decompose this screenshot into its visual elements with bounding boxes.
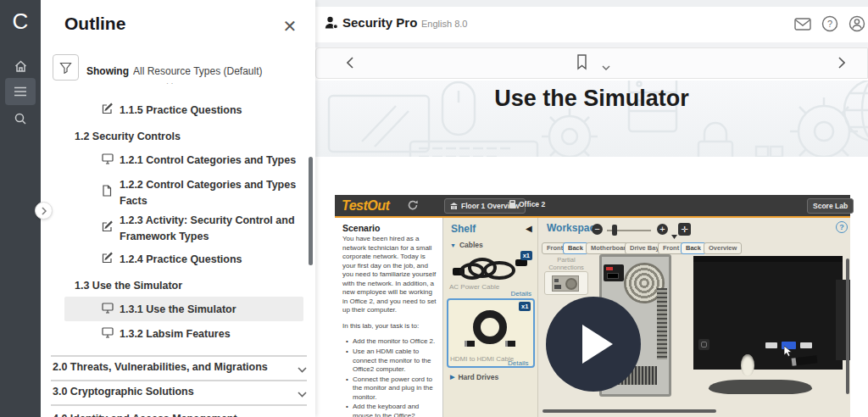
task-item: •Use an HDMI cable to connect the monito… [346, 348, 437, 375]
bullet: • [346, 375, 353, 403]
details-link: Details [508, 359, 528, 367]
search-icon [14, 112, 27, 125]
section-row-30[interactable]: 3.0 Cryptographic Solutions [53, 386, 307, 401]
search-button[interactable] [5, 105, 36, 132]
psu-thumbnail [552, 275, 579, 292]
outline-item-123[interactable]: 1.2.3 Activity: Security Control and Fra… [102, 213, 310, 246]
triangle-right-icon: ▶ [450, 374, 454, 381]
score-lab-label: Score Lab [813, 202, 848, 210]
scenario-body: You have been hired as a network technic… [342, 235, 437, 417]
collapse-panel-button[interactable] [35, 202, 53, 220]
video-play-button[interactable] [546, 297, 641, 392]
outline-panel: Outline ✕ Showing All Resource Types (De… [41, 0, 315, 417]
tower-expansion-slots [657, 288, 667, 359]
monitor-port [800, 342, 812, 348]
clipped-outline-item: · · [166, 79, 174, 87]
section-row-40[interactable]: 4.0 Identity and Access Management [53, 410, 307, 417]
outline-item-121[interactable]: 1.2.1 Control Categories and Types [102, 153, 296, 169]
partial-connections-label: Partial Connections [541, 256, 592, 271]
task-text: Add the keyboard and mouse to the Office… [353, 403, 437, 417]
outline-item-122[interactable]: 1.2.2 Control Categories and Types Facts [102, 177, 310, 210]
app-window: C Outline ✕ Showing All Resource Types (… [0, 0, 868, 417]
outline-item-115[interactable]: 1.1.5 Practice Questions [102, 103, 242, 119]
zoom-in-icon: + [657, 224, 668, 235]
task-list: •Add the monitor to Office 2. •Use an HD… [346, 337, 437, 417]
hdmi-cable-image [473, 310, 507, 344]
outline-item-label: 1.3.1 Use the Simulator [120, 302, 236, 318]
divider [51, 355, 307, 357]
workspace-vertical-scrollbar [846, 259, 849, 394]
outline-item-124[interactable]: 1.2.4 Practice Questions [102, 252, 242, 268]
showing-filter-value[interactable]: All Resource Types (Default) [133, 65, 263, 77]
brand-logo: C [7, 7, 34, 36]
outline-item-13[interactable]: 1.3 Use the Simulator [75, 277, 182, 294]
computer-icon [509, 200, 515, 208]
help-button[interactable]: ? [821, 14, 839, 33]
hard-drives-section: ▶ Hard Drives [450, 373, 498, 381]
details-link: Details [511, 290, 531, 297]
svg-text:?: ? [827, 19, 832, 29]
outline-item-label: 1.2.3 Activity: Security Control and Fra… [120, 213, 310, 246]
home-icon [14, 59, 28, 74]
item-name: AC Power Cable [449, 283, 499, 291]
outline-item-131-selected[interactable]: 1.3.1 Use the Simulator [102, 302, 236, 318]
chevron-down-icon [298, 386, 307, 401]
previous-lesson-button[interactable] [341, 53, 359, 72]
divider [51, 380, 307, 381]
tab-tower-back: Back [563, 242, 588, 254]
monitor-icon [102, 326, 114, 338]
bookmark-menu-button[interactable] [602, 58, 610, 74]
quantity-badge: x1 [519, 302, 531, 311]
task-text: Add the monitor to Office 2. [353, 337, 435, 347]
outline-item-label: 1.2.1 Control Categories and Types [120, 153, 296, 169]
shelf-title: Shelf [451, 223, 476, 235]
outline-item-label: 1.1.5 Practice Questions [120, 103, 242, 119]
task-item: •Add the monitor to Office 2. [346, 337, 437, 347]
course-title: Security Pro [342, 15, 417, 30]
monitor-port [765, 342, 777, 348]
scenario-heading: Scenario [342, 223, 380, 233]
lesson-nav-bar [315, 47, 868, 79]
task-text: Connect the power cord to the monitor an… [353, 375, 437, 403]
account-icon [849, 15, 865, 32]
outline-item-12[interactable]: 1.2 Security Controls [75, 128, 181, 145]
refresh-icon [407, 199, 419, 214]
close-outline-button[interactable]: ✕ [280, 17, 300, 37]
workspace-help-icon: ? [836, 221, 848, 233]
bookmark-button[interactable] [576, 53, 588, 74]
tower-power-connector [604, 264, 624, 281]
testout-logo: TestOut [342, 198, 389, 214]
monitor-icon [102, 153, 114, 164]
cables-section: ▼ Cables [450, 241, 483, 249]
shelf-item-ac-power: x1 AC Power Cable Details [448, 249, 534, 297]
chevron-right-icon [42, 207, 47, 215]
triangle-down-icon: ▼ [450, 242, 456, 248]
messages-button[interactable] [793, 14, 812, 33]
outline-menu-button[interactable] [5, 78, 36, 105]
section-row-20[interactable]: 2.0 Threats, Vulnerabilities, and Migrat… [53, 361, 307, 376]
zoom-caret-icon [671, 227, 677, 242]
bullet: • [346, 348, 353, 375]
monitor-power-socket [698, 339, 709, 350]
filter-icon [59, 62, 72, 74]
account-button[interactable] [848, 14, 866, 33]
filter-button[interactable] [53, 54, 79, 81]
home-button[interactable] [5, 53, 36, 80]
outline-item-132[interactable]: 1.3.2 Labsim Features [102, 326, 231, 342]
office2-nav: Office 2 [509, 200, 545, 208]
score-lab-button: Score Lab [807, 198, 854, 214]
outline-scrollbar[interactable] [309, 157, 313, 265]
document-icon [102, 185, 114, 197]
item-name: HDMI to HDMI Cable [450, 355, 514, 363]
hard-drives-label: Hard Drives [458, 373, 498, 381]
section-label: 4.0 Identity and Access Management [53, 413, 237, 417]
hdmi-plug-left [465, 341, 475, 347]
monitor-base [709, 380, 812, 394]
pan-tool-icon: ✛ [678, 223, 691, 236]
section-label: 2.0 Threats, Vulnerabilities, and Migrat… [53, 361, 268, 376]
top-strip [315, 0, 868, 7]
bookmark-icon [576, 53, 588, 70]
workspace-horizontal-scrollbar [542, 409, 716, 413]
outline-item-label: 1.2.4 Practice Questions [120, 252, 242, 268]
next-lesson-button[interactable] [832, 53, 851, 72]
